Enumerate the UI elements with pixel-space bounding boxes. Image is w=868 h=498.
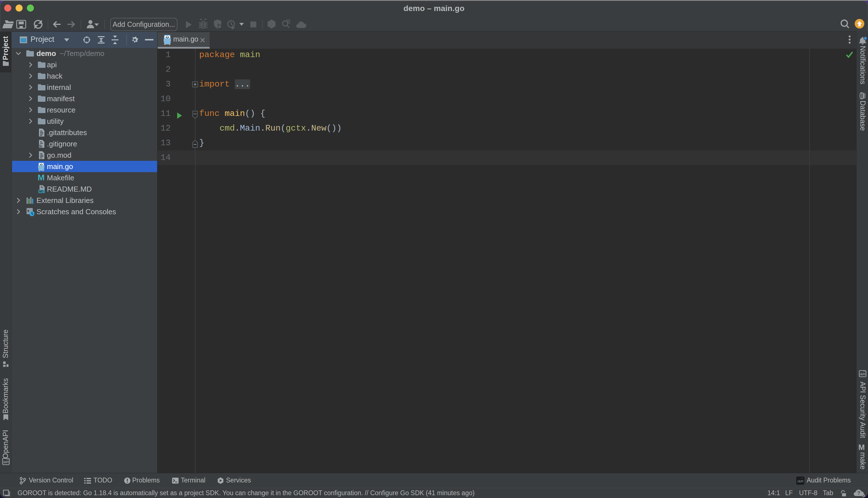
svg-text:/API: /API [3, 461, 9, 464]
svg-text:?: ? [857, 490, 860, 496]
svg-text:/API: /API [797, 480, 803, 483]
svg-text:MD: MD [39, 189, 44, 193]
svg-text:/API: /API [860, 373, 866, 376]
